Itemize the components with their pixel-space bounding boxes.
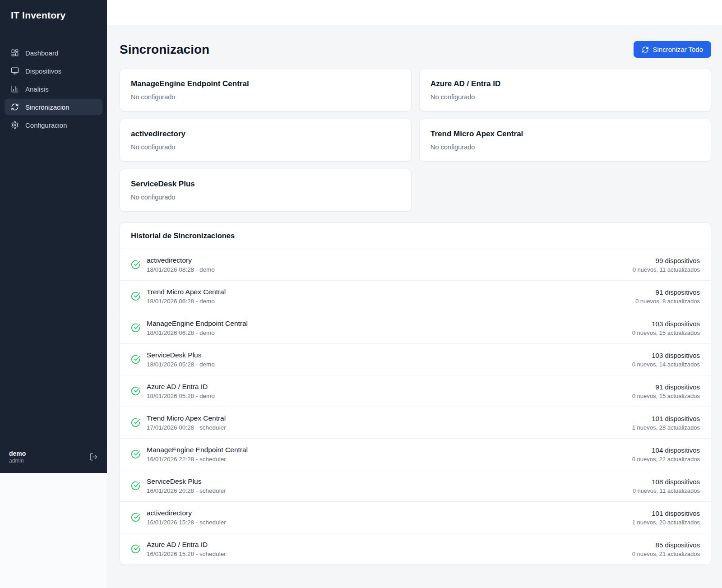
check-circle-icon [131, 323, 140, 333]
history-source-name: activedirectory [147, 509, 226, 517]
page-header: Sincronizacion Sincronizar Todo [120, 41, 711, 58]
history-device-count: 99 dispositivos [633, 257, 700, 264]
source-status: No configurado [131, 93, 400, 101]
history-card: Historial de Sincronizaciones activedire… [120, 222, 711, 565]
history-device-count: 101 dispositivos [632, 509, 700, 517]
history-details: 0 nuevos, 15 actualizados [632, 393, 700, 399]
history-datetime: 17/01/2026 00:28 - scheduler [147, 424, 226, 431]
source-name: Trend Micro Apex Central [430, 130, 700, 139]
history-row: activedirectory 18/01/2026 08:28 - demo … [120, 249, 711, 281]
history-details: 0 nuevos, 15 actualizados [632, 329, 700, 336]
history-source-name: Azure AD / Entra ID [147, 541, 226, 549]
history-row: Azure AD / Entra ID 16/01/2026 15:28 - s… [120, 533, 711, 565]
sidebar-item-label: Configuracion [25, 121, 67, 129]
sidebar-item-configuracion[interactable]: Configuracion [5, 117, 102, 133]
history-datetime: 18/01/2026 05:28 - demo [147, 361, 215, 368]
logout-icon[interactable] [89, 453, 98, 461]
history-row: Azure AD / Entra ID 18/01/2026 05:28 - d… [120, 375, 711, 407]
source-name: activedirectory [131, 130, 400, 139]
app-title: IT Inventory [0, 0, 107, 25]
gear-icon [11, 121, 19, 129]
history-row: ManageEngine Endpoint Central 18/01/2026… [120, 312, 711, 344]
source-status: No configurado [131, 144, 400, 151]
refresh-icon [642, 46, 649, 53]
source-card[interactable]: ManageEngine Endpoint Central No configu… [120, 69, 412, 111]
sidebar-item-dashboard[interactable]: Dashboard [5, 45, 102, 61]
history-details: 1 nuevos, 20 actualizados [632, 519, 700, 526]
sidebar-item-analisis[interactable]: Analisis [5, 81, 102, 97]
history-device-count: 103 dispositivos [632, 320, 700, 328]
history-source-name: ManageEngine Endpoint Central [147, 446, 248, 454]
history-source-name: ManageEngine Endpoint Central [147, 319, 248, 328]
source-status: No configurado [430, 144, 700, 151]
page-title: Sincronizacion [120, 42, 209, 57]
history-datetime: 18/01/2026 05:28 - demo [147, 393, 215, 399]
source-card[interactable]: Azure AD / Entra ID No configurado [419, 69, 711, 111]
source-name: Azure AD / Entra ID [430, 79, 700, 88]
history-device-count: 85 dispositivos [632, 541, 700, 549]
sidebar-item-label: Analisis [25, 85, 49, 93]
history-datetime: 18/01/2026 08:28 - demo [147, 266, 215, 273]
history-details: 1 nuevos, 28 actualizados [632, 424, 700, 431]
source-status: No configurado [131, 194, 400, 201]
history-source-name: Trend Micro Apex Central [147, 288, 226, 296]
history-datetime: 18/01/2026 06:28 - demo [147, 329, 248, 336]
history-row: Trend Micro Apex Central 18/01/2026 06:2… [120, 281, 711, 312]
history-source-name: ServiceDesk Plus [147, 477, 226, 486]
check-circle-icon [131, 418, 140, 427]
below-sidebar-area [0, 473, 107, 588]
sidebar-item-sincronizacion[interactable]: Sincronizacion [5, 99, 102, 115]
history-row: ManageEngine Endpoint Central 16/01/2026… [120, 439, 711, 470]
check-circle-icon [131, 260, 140, 269]
history-datetime: 16/01/2026 15:28 - scheduler [147, 519, 226, 526]
sync-all-label: Sincronizar Todo [653, 46, 703, 53]
sidebar-nav: Dashboard Dispositivos Analisis Sincroni… [0, 44, 107, 134]
history-source-name: ServiceDesk Plus [147, 351, 215, 359]
source-name: ServiceDesk Plus [131, 180, 400, 189]
history-device-count: 108 dispositivos [633, 478, 700, 486]
sidebar-item-dispositivos[interactable]: Dispositivos [5, 63, 102, 79]
user-name: demo [9, 450, 26, 458]
app-window: IT Inventory Dashboard Dispositivos Anal… [0, 0, 722, 588]
sync-all-button[interactable]: Sincronizar Todo [634, 41, 711, 58]
source-card[interactable]: Trend Micro Apex Central No configurado [419, 119, 711, 162]
history-device-count: 91 dispositivos [632, 383, 700, 391]
source-cards-grid: ManageEngine Endpoint Central No configu… [120, 69, 711, 212]
history-device-count: 103 dispositivos [632, 352, 700, 359]
history-details: 0 nuevos, 8 actualizados [635, 298, 700, 305]
content: Sincronizacion Sincronizar Todo ManageEn… [107, 25, 722, 574]
history-details: 0 nuevos, 11 actualizados [633, 266, 700, 273]
history-device-count: 91 dispositivos [635, 288, 700, 296]
top-strip [107, 0, 722, 25]
history-datetime: 16/01/2026 15:28 - scheduler [147, 551, 226, 557]
sidebar-item-label: Sincronizacion [25, 103, 69, 111]
main-area: Sincronizacion Sincronizar Todo ManageEn… [107, 0, 722, 588]
history-details: 0 nuevos, 21 actualizados [632, 551, 700, 557]
sidebar: IT Inventory Dashboard Dispositivos Anal… [0, 0, 107, 473]
monitor-icon [11, 67, 19, 75]
sync-icon [11, 103, 19, 111]
history-details: 0 nuevos, 22 actualizados [632, 456, 700, 463]
history-datetime: 18/01/2026 06:28 - demo [147, 298, 226, 305]
history-row: ServiceDesk Plus 18/01/2026 05:28 - demo… [120, 344, 711, 375]
check-circle-icon [131, 481, 140, 491]
history-details: 0 nuevos, 11 actualizados [633, 487, 700, 494]
history-datetime: 16/01/2026 20:28 - scheduler [147, 487, 226, 494]
source-card[interactable]: activedirectory No configurado [120, 119, 412, 162]
sidebar-item-label: Dispositivos [25, 67, 61, 75]
history-device-count: 101 dispositivos [632, 415, 700, 422]
bar-chart-icon [11, 85, 19, 93]
history-details: 0 nuevos, 14 actualizados [632, 361, 700, 368]
history-source-name: Trend Micro Apex Central [147, 414, 226, 422]
history-source-name: Azure AD / Entra ID [147, 383, 215, 391]
history-row: activedirectory 16/01/2026 15:28 - sched… [120, 502, 711, 533]
history-title: Historial de Sincronizaciones [120, 223, 711, 249]
source-card[interactable]: ServiceDesk Plus No configurado [120, 169, 412, 212]
user-panel: demo admin [0, 443, 107, 473]
check-circle-icon [131, 292, 140, 301]
check-circle-icon [131, 386, 140, 396]
history-list: activedirectory 18/01/2026 08:28 - demo … [120, 249, 711, 565]
check-circle-icon [131, 355, 140, 364]
source-name: ManageEngine Endpoint Central [131, 79, 400, 88]
sidebar-item-label: Dashboard [25, 49, 58, 57]
